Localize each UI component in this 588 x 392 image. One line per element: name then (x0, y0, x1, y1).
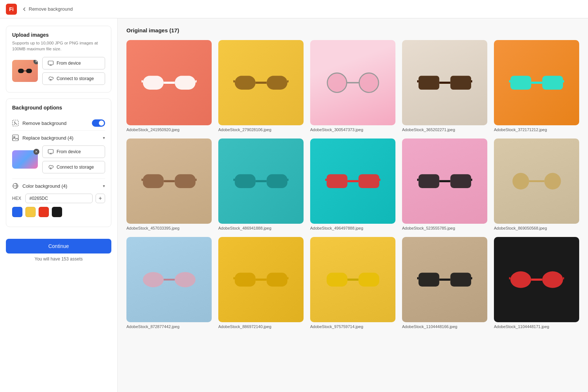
from-device-button[interactable]: From device (42, 57, 105, 69)
image-thumbnail[interactable] (218, 40, 304, 125)
image-card: AdobeStock_1104448166.jpeg (402, 237, 487, 329)
svg-point-78 (542, 271, 563, 288)
monitor-icon (48, 60, 54, 66)
image-label: AdobeStock_300547373.jpeg (310, 127, 395, 132)
upload-section: Upload images Supports up to 10,000 JPG … (6, 26, 111, 93)
svg-point-77 (510, 271, 531, 288)
svg-rect-21 (266, 76, 287, 90)
upload-title: Upload images (12, 32, 105, 38)
fi-logo: Fi (6, 4, 17, 15)
image-thumbnail[interactable] (402, 139, 487, 224)
image-thumbnail[interactable] (310, 237, 395, 322)
main-layout: Upload images Supports up to 10,000 JPG … (0, 18, 588, 392)
cloud-icon-2 (48, 164, 54, 170)
sunglasses-svg (417, 72, 473, 94)
image-label: AdobeStock_279028106.jpeg (218, 127, 304, 132)
replace-bg-chevron-icon[interactable]: ▾ (103, 136, 105, 140)
image-thumbnail[interactable] (402, 40, 487, 125)
image-card: AdobeStock_523555785.jpeg (402, 139, 487, 230)
svg-rect-16 (175, 76, 196, 90)
color-bg-icon (12, 183, 19, 189)
sunglasses-svg (233, 170, 289, 192)
from-device-label: From device (57, 61, 81, 66)
svg-rect-28 (418, 76, 439, 90)
remove-bg-toggle[interactable] (92, 119, 105, 127)
remove-bg-left: Remove background (12, 120, 67, 126)
image-thumbnail[interactable] (218, 237, 304, 322)
image-thumbnail[interactable] (494, 237, 579, 322)
image-label: AdobeStock_365202271.jpeg (402, 127, 487, 132)
image-thumbnail[interactable] (126, 139, 212, 224)
remove-bg-row: Remove background (12, 116, 105, 131)
sunglasses-svg (141, 72, 197, 94)
remove-replace-bg-button[interactable]: ✕ (33, 149, 39, 155)
image-label: AdobeStock_975759714.jpeg (310, 324, 395, 329)
image-thumbnail[interactable] (494, 40, 579, 125)
monitor-icon-2 (48, 149, 54, 155)
replace-bg-icon (12, 134, 19, 141)
image-card: AdobeStock_869050568.jpeg (494, 139, 579, 230)
svg-point-9 (14, 136, 15, 138)
svg-rect-3 (48, 61, 53, 65)
sunglasses-svg (509, 72, 564, 94)
sidebar: Upload images Supports up to 10,000 JPG … (0, 18, 118, 392)
image-label: AdobeStock_496497888.jpeg (310, 226, 395, 230)
app-header: Fi Remove background (0, 0, 588, 18)
connect-storage-button[interactable]: Connect to storage (42, 72, 105, 85)
header-title: Remove background (29, 6, 73, 12)
replace-connect-storage-button[interactable]: Connect to storage (42, 161, 105, 173)
image-thumbnail[interactable] (126, 40, 212, 125)
color-bg-chevron-icon[interactable]: ▾ (103, 184, 105, 188)
remove-upload-button[interactable]: ✕ (33, 60, 38, 64)
replace-from-device-label: From device (57, 149, 81, 154)
hex-input[interactable] (25, 194, 93, 203)
image-card: AdobeStock_372171212.jpeg (494, 40, 579, 132)
image-thumbnail[interactable] (494, 139, 579, 224)
svg-rect-54 (450, 174, 471, 188)
image-card: AdobeStock_872877442.jpeg (126, 237, 212, 329)
replace-from-device-button[interactable]: From device (42, 145, 105, 158)
image-label: AdobeStock_886972140.jpeg (218, 324, 304, 329)
replace-preview-thumbnail: ✕ (12, 150, 38, 169)
svg-rect-48 (326, 174, 347, 188)
image-card: AdobeStock_886972140.jpeg (218, 237, 304, 329)
svg-rect-20 (234, 76, 255, 90)
svg-rect-43 (234, 174, 255, 188)
back-button[interactable]: Remove background (21, 6, 73, 12)
connect-storage-label: Connect to storage (57, 76, 94, 81)
svg-rect-0 (18, 69, 24, 73)
sunglasses-svg (141, 170, 197, 192)
image-thumbnail[interactable] (218, 139, 304, 224)
sunglasses-svg (417, 269, 473, 291)
continue-button[interactable]: Continue (6, 239, 111, 253)
swatch-red[interactable] (39, 207, 49, 217)
image-label: AdobeStock_457033395.jpeg (126, 226, 212, 230)
svg-rect-34 (542, 76, 563, 90)
sunglasses-svg (509, 269, 564, 291)
image-label: AdobeStock_241950920.jpeg (126, 127, 212, 132)
svg-rect-33 (510, 76, 531, 90)
image-label: AdobeStock_372171212.jpeg (494, 127, 579, 132)
swatch-blue[interactable] (12, 207, 22, 217)
add-color-button[interactable]: + (96, 194, 105, 203)
image-thumbnail[interactable] (310, 139, 395, 224)
image-thumbnail[interactable] (310, 40, 395, 125)
sunglasses-svg (233, 269, 289, 291)
svg-point-58 (512, 173, 529, 189)
swatch-yellow[interactable] (25, 207, 36, 217)
swatch-black[interactable] (52, 207, 62, 217)
color-bg-label: Color background (4) (22, 183, 67, 189)
assets-text: You will have 153 assets (6, 256, 111, 262)
sunglasses-svg (233, 72, 289, 94)
image-thumbnail[interactable] (126, 237, 212, 322)
svg-rect-53 (418, 174, 439, 188)
replace-connect-storage-label: Connect to storage (57, 165, 94, 170)
svg-rect-29 (450, 76, 471, 90)
image-card: AdobeStock_300547373.jpeg (310, 40, 395, 132)
replace-bg-upload-area: ✕ From device (12, 145, 105, 173)
upload-preview-area: ✕ From device (12, 57, 105, 85)
remove-bg-label: Remove background (22, 121, 67, 126)
image-thumbnail[interactable] (402, 237, 487, 322)
hex-row: HEX + (12, 194, 105, 203)
replace-bg-header: Replace background (4) ▾ (12, 134, 105, 141)
